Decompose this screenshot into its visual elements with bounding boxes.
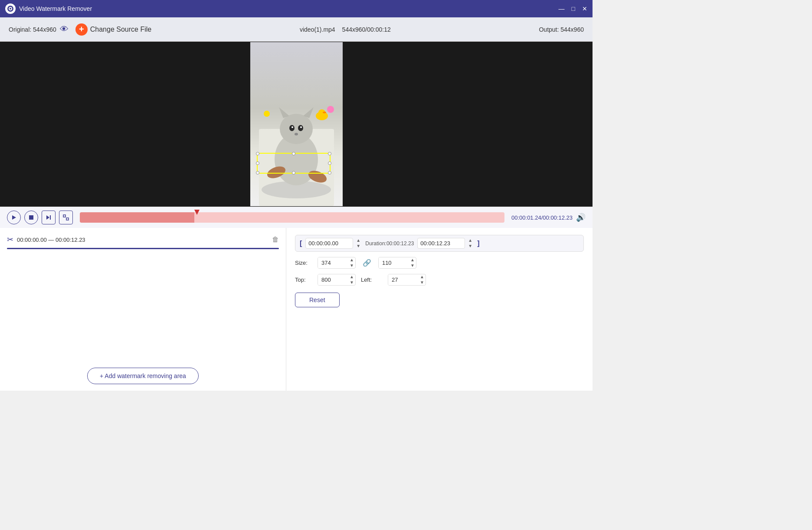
filename-label: video(1).mp4 (300, 26, 335, 33)
svg-marker-23 (46, 215, 49, 220)
top-down[interactable]: ▼ (348, 280, 355, 285)
handle-tl[interactable] (256, 152, 259, 155)
width-up[interactable]: ▲ (348, 257, 355, 263)
timeline[interactable] (80, 212, 504, 223)
start-time-input[interactable] (305, 238, 353, 249)
video-preview (250, 42, 343, 206)
start-time-down[interactable]: ▼ (355, 244, 362, 249)
svg-point-12 (300, 126, 302, 128)
svg-rect-24 (50, 215, 51, 220)
watermark-selection-box[interactable] (257, 153, 331, 174)
height-down[interactable]: ▼ (409, 263, 416, 268)
left-down[interactable]: ▼ (419, 280, 426, 285)
clip-row: ✂ 00:00:00.00 — 00:00:12.23 🗑 (7, 235, 279, 244)
svg-point-2 (10, 8, 11, 10)
timeline-played (80, 212, 194, 223)
original-info: Original: 544x960 👁 (9, 24, 69, 34)
handle-tm[interactable] (292, 152, 295, 155)
svg-marker-21 (12, 215, 16, 220)
width-down[interactable]: ▼ (348, 263, 355, 268)
handle-mr[interactable] (328, 161, 331, 165)
add-watermark-area-button[interactable]: + Add watermark removing area (87, 368, 199, 384)
total-time: 00:00:12.23 (543, 214, 573, 221)
top-input[interactable] (318, 274, 348, 285)
width-input-group: ▲ ▼ (318, 257, 356, 269)
handle-bl[interactable] (256, 171, 259, 174)
svg-point-6 (280, 114, 313, 144)
width-input[interactable] (318, 257, 348, 268)
size-row: Size: ▲ ▼ 🔗 ▲ ▼ (295, 257, 584, 269)
time-range-bar (7, 248, 279, 249)
svg-rect-22 (29, 215, 33, 220)
handle-bm[interactable] (292, 171, 295, 174)
svg-marker-7 (279, 107, 289, 118)
duration-up[interactable]: ▲ (467, 238, 474, 243)
duration-spinners: ▲ ▼ (467, 238, 474, 249)
fit-button[interactable] (59, 211, 73, 224)
reset-button[interactable]: Reset (295, 293, 340, 307)
time-display: 00:00:01.24/00:00:12.23 (511, 214, 573, 221)
maximize-button[interactable]: □ (572, 5, 575, 12)
left-up[interactable]: ▲ (419, 274, 426, 280)
plus-circle-icon: + (75, 23, 88, 36)
svg-marker-8 (303, 107, 314, 118)
left-input[interactable] (388, 274, 419, 285)
next-frame-button[interactable] (42, 211, 56, 224)
top-label: Top: (295, 277, 312, 283)
height-up[interactable]: ▲ (409, 257, 416, 263)
duration-down[interactable]: ▼ (467, 244, 474, 249)
fileinfo-label: 544x960/00:00:12 (342, 26, 391, 33)
current-time: 00:00:01.24 (511, 214, 541, 221)
svg-rect-26 (66, 218, 69, 220)
handle-ml[interactable] (256, 161, 259, 165)
original-label: Original: 544x960 (9, 26, 56, 33)
width-spinners: ▲ ▼ (348, 257, 355, 268)
eye-icon[interactable]: 👁 (60, 24, 69, 34)
start-bracket: [ (300, 240, 302, 247)
delete-clip-icon[interactable]: 🗑 (272, 236, 279, 244)
left-panel: ✂ 00:00:00.00 — 00:00:12.23 🗑 + Add wate… (0, 228, 286, 391)
play-button[interactable] (7, 211, 21, 224)
stop-button[interactable] (24, 211, 38, 224)
timeline-marker (194, 210, 200, 215)
duration-label: Duration:00:00:12.23 (365, 240, 414, 247)
link-icon[interactable]: 🔗 (363, 259, 371, 267)
controls-bar: 00:00:01.24/00:00:12.23 🔊 (0, 207, 593, 228)
start-time-spinners: ▲ ▼ (355, 238, 362, 249)
left-input-group: ▲ ▼ (388, 274, 426, 286)
top-spinners: ▲ ▼ (348, 274, 355, 285)
start-time-group: ▲ ▼ (305, 238, 362, 249)
height-input-group: ▲ ▼ (378, 257, 416, 269)
close-button[interactable]: ✕ (582, 5, 587, 12)
svg-point-11 (291, 126, 293, 128)
svg-point-9 (289, 125, 295, 131)
height-spinners: ▲ ▼ (409, 257, 416, 268)
svg-rect-25 (63, 215, 65, 217)
video-area (0, 42, 593, 207)
start-time-up[interactable]: ▲ (355, 238, 362, 243)
change-source-button[interactable]: + Change Source File (75, 23, 151, 36)
main-content: ✂ 00:00:00.00 — 00:00:12.23 🗑 + Add wate… (0, 228, 593, 391)
left-spinners: ▲ ▼ (419, 274, 426, 285)
top-up[interactable]: ▲ (348, 274, 355, 280)
svg-point-18 (323, 112, 326, 113)
end-bracket: ] (477, 240, 479, 247)
scissors-icon: ✂ (7, 235, 13, 244)
height-input[interactable] (379, 257, 409, 268)
duration-group: ▲ ▼ (417, 238, 474, 249)
top-input-group: ▲ ▼ (318, 274, 356, 286)
svg-point-20 (264, 111, 270, 117)
window-controls: — □ ✕ (559, 5, 587, 12)
titlebar: Video Watermark Remover — □ ✕ (0, 0, 593, 17)
svg-point-13 (295, 133, 298, 135)
handle-br[interactable] (328, 171, 331, 174)
handle-tr[interactable] (328, 152, 331, 155)
minimize-button[interactable]: — (559, 5, 565, 12)
time-inputs-row: [ ▲ ▼ Duration:00:00:12.23 ▲ ▼ ] (295, 235, 584, 252)
cat-svg (250, 42, 343, 206)
app-title: Video Watermark Remover (19, 5, 559, 12)
size-label: Size: (295, 260, 312, 266)
duration-input[interactable] (417, 238, 465, 249)
time-range-label: 00:00:00.00 — 00:00:12.23 (17, 237, 268, 243)
volume-icon[interactable]: 🔊 (576, 213, 586, 222)
